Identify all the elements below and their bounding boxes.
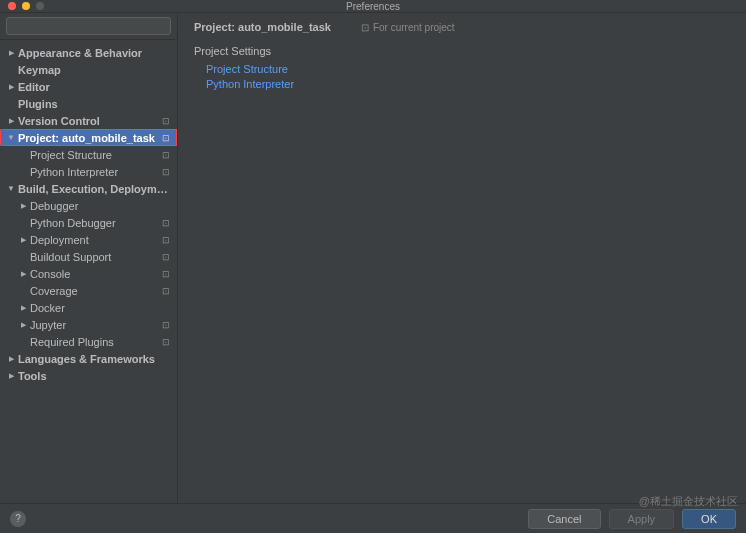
project-badge-icon: ⊡ [361, 22, 369, 33]
tree-item-version-control[interactable]: Version Control⊡ [0, 112, 177, 129]
tree-item-debugger[interactable]: Debugger [0, 197, 177, 214]
section-heading: Project Settings [194, 45, 730, 57]
tree-item-python-debugger[interactable]: Python Debugger⊡ [0, 214, 177, 231]
tree-item-project[interactable]: Project: auto_mobile_task⊡ [0, 129, 177, 146]
project-badge-icon: ⊡ [161, 286, 171, 296]
expand-icon [18, 304, 28, 312]
window-controls [8, 2, 44, 10]
apply-button[interactable]: Apply [609, 509, 675, 529]
tree-item-plugins[interactable]: Plugins [0, 95, 177, 112]
page-title: Project: auto_mobile_task [194, 21, 331, 33]
tree-item-languages[interactable]: Languages & Frameworks [0, 350, 177, 367]
project-badge-icon: ⊡ [161, 218, 171, 228]
project-badge-icon: ⊡ [161, 320, 171, 330]
titlebar: Preferences [0, 0, 746, 12]
tree-item-coverage[interactable]: Coverage⊡ [0, 282, 177, 299]
expand-icon [18, 236, 28, 244]
close-window-icon[interactable] [8, 2, 16, 10]
project-badge-icon: ⊡ [161, 116, 171, 126]
expand-icon [18, 202, 28, 210]
main-panel: Project: auto_mobile_task ⊡ For current … [178, 13, 746, 503]
tree-item-python-interpreter[interactable]: Python Interpreter⊡ [0, 163, 177, 180]
link-project-structure[interactable]: Project Structure [206, 63, 730, 75]
footer: ? Cancel Apply OK [0, 503, 746, 533]
maximize-window-icon [36, 2, 44, 10]
search-input[interactable] [6, 17, 171, 35]
project-badge-icon: ⊡ [161, 235, 171, 245]
project-badge-icon: ⊡ [161, 269, 171, 279]
scope-label: ⊡ For current project [361, 22, 455, 33]
window-title: Preferences [346, 1, 400, 12]
expand-icon [18, 270, 28, 278]
tree-item-keymap[interactable]: Keymap [0, 61, 177, 78]
tree-item-required-plugins[interactable]: Required Plugins⊡ [0, 333, 177, 350]
link-python-interpreter[interactable]: Python Interpreter [206, 78, 730, 90]
expand-icon [6, 372, 16, 380]
help-button[interactable]: ? [10, 511, 26, 527]
project-badge-icon: ⊡ [161, 167, 171, 177]
collapse-icon [6, 133, 16, 142]
expand-icon [6, 49, 16, 57]
project-badge-icon: ⊡ [161, 252, 171, 262]
expand-icon [18, 321, 28, 329]
tree-item-tools[interactable]: Tools [0, 367, 177, 384]
tree-item-project-structure[interactable]: Project Structure⊡ [0, 146, 177, 163]
tree-item-jupyter[interactable]: Jupyter⊡ [0, 316, 177, 333]
tree-item-deployment[interactable]: Deployment⊡ [0, 231, 177, 248]
settings-tree: Appearance & Behavior Keymap Editor Plug… [0, 40, 177, 388]
tree-item-build[interactable]: Build, Execution, Deployment [0, 180, 177, 197]
tree-item-console[interactable]: Console⊡ [0, 265, 177, 282]
tree-item-docker[interactable]: Docker [0, 299, 177, 316]
project-badge-icon: ⊡ [161, 337, 171, 347]
expand-icon [6, 117, 16, 125]
tree-item-appearance[interactable]: Appearance & Behavior [0, 44, 177, 61]
project-badge-icon: ⊡ [161, 150, 171, 160]
expand-icon [6, 355, 16, 363]
sidebar: ⌕ Appearance & Behavior Keymap Editor Pl… [0, 13, 178, 503]
tree-item-buildout[interactable]: Buildout Support⊡ [0, 248, 177, 265]
cancel-button[interactable]: Cancel [528, 509, 600, 529]
ok-button[interactable]: OK [682, 509, 736, 529]
collapse-icon [6, 184, 16, 193]
expand-icon [6, 83, 16, 91]
tree-item-editor[interactable]: Editor [0, 78, 177, 95]
project-badge-icon: ⊡ [161, 133, 171, 143]
minimize-window-icon[interactable] [22, 2, 30, 10]
